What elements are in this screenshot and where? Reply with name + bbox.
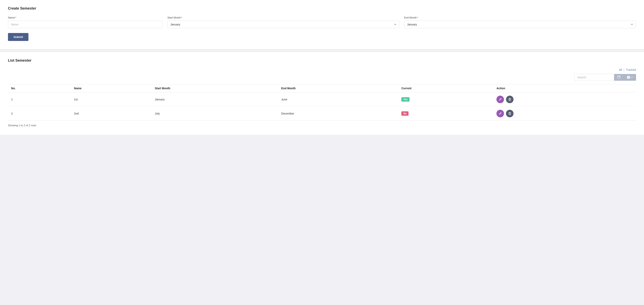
- cell-start-month: July: [152, 106, 278, 121]
- cell-action: [493, 92, 636, 106]
- list-semester-title: List Semester: [8, 58, 636, 63]
- svg-rect-0: [627, 76, 628, 79]
- name-label: Name*: [8, 16, 163, 19]
- create-semester-section: Create Semester Name* Start Month* Janua…: [0, 0, 644, 49]
- showing-text: Showing 1 to 2 of 2 rows: [8, 124, 636, 127]
- filter-trashed-link[interactable]: Trashed: [626, 68, 636, 72]
- edit-button[interactable]: [496, 96, 504, 103]
- name-input[interactable]: [8, 21, 163, 28]
- cell-end-month: June: [278, 92, 398, 106]
- filter-separator: |: [624, 68, 624, 72]
- end-month-form-group: End Month* January February March April …: [404, 16, 636, 28]
- columns-button[interactable]: [624, 74, 636, 81]
- cell-no: 1: [8, 92, 71, 106]
- start-month-form-group: Start Month* January February March Apri…: [168, 16, 399, 28]
- filter-all-link[interactable]: All: [619, 68, 622, 72]
- trash-icon: [508, 112, 511, 115]
- start-month-select[interactable]: January February March April May June Ju…: [168, 21, 399, 28]
- delete-button[interactable]: [506, 110, 514, 117]
- search-input[interactable]: [574, 74, 614, 81]
- end-month-label: End Month*: [404, 16, 636, 19]
- cell-current: Yes: [398, 92, 493, 106]
- cell-end-month: December: [278, 106, 398, 121]
- current-badge: No: [401, 111, 408, 116]
- chevron-down-icon: [631, 77, 633, 78]
- start-month-label: Start Month*: [168, 16, 399, 19]
- table-header-row: No. Name Start Month End Month Current A…: [8, 84, 636, 92]
- list-semester-section: List Semester All | Trashed No.: [0, 52, 644, 135]
- create-semester-title: Create Semester: [8, 6, 636, 10]
- col-action: Action: [493, 84, 636, 92]
- col-start-month: Start Month: [152, 84, 278, 92]
- svg-rect-1: [628, 76, 629, 79]
- delete-button[interactable]: [506, 96, 514, 103]
- table-row: 1 1st January June Yes: [8, 92, 636, 106]
- cell-no: 2: [8, 106, 71, 121]
- submit-button[interactable]: Submit: [8, 33, 28, 41]
- edit-button[interactable]: [496, 110, 504, 117]
- current-badge: Yes: [401, 97, 410, 102]
- cell-current: No: [398, 106, 493, 121]
- col-name: Name: [71, 84, 152, 92]
- cell-name: 1st: [71, 92, 152, 106]
- end-month-select[interactable]: January February March April May June Ju…: [404, 21, 636, 28]
- table-toolbar: [8, 74, 636, 81]
- cell-name: 2nd: [71, 106, 152, 121]
- form-row: Name* Start Month* January February Marc…: [8, 16, 636, 28]
- columns-icon: [627, 76, 630, 79]
- refresh-icon: [617, 76, 620, 79]
- col-no: No.: [8, 84, 71, 92]
- table-row: 2 2nd July December No: [8, 106, 636, 121]
- col-current: Current: [398, 84, 493, 92]
- cell-action: [493, 106, 636, 121]
- cell-start-month: January: [152, 92, 278, 106]
- semester-table: No. Name Start Month End Month Current A…: [8, 84, 636, 121]
- name-form-group: Name*: [8, 16, 163, 28]
- refresh-button[interactable]: [614, 74, 624, 81]
- edit-icon: [498, 98, 502, 101]
- list-filter-bar: All | Trashed: [8, 68, 636, 72]
- svg-rect-2: [629, 76, 630, 79]
- table-body: 1 1st January June Yes 2 2nd July D: [8, 92, 636, 121]
- trash-icon: [508, 98, 511, 101]
- edit-icon: [498, 112, 502, 115]
- table-head: No. Name Start Month End Month Current A…: [8, 84, 636, 92]
- col-end-month: End Month: [278, 84, 398, 92]
